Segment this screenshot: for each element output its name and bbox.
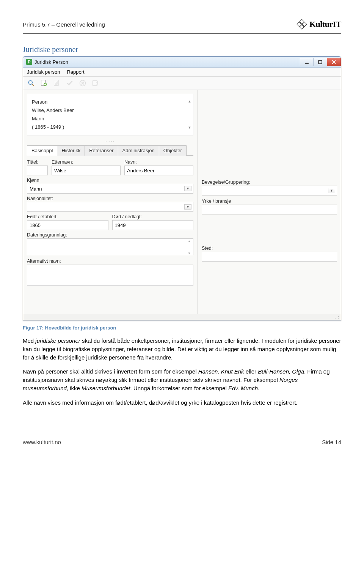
kjonn-value: Mann (30, 186, 42, 192)
navn-input[interactable] (124, 166, 193, 175)
nasjonalitet-label: Nasjonalitet: (27, 196, 193, 201)
header-divider (23, 33, 341, 34)
menu-juridisk-person[interactable]: Juridisk person (27, 69, 60, 75)
bevegelse-select[interactable]: ▼ (202, 186, 337, 195)
tab-administrasjon[interactable]: Administrasjon (118, 145, 159, 156)
etternavn-label: Etternavn: (52, 159, 121, 165)
yrke-input[interactable] (202, 205, 337, 214)
tittel-input[interactable] (27, 166, 48, 175)
svg-point-6 (28, 80, 32, 84)
window-title: Juridisk Person (35, 59, 68, 65)
etternavn-input[interactable] (52, 166, 121, 175)
close-button[interactable] (327, 58, 341, 66)
info-line-dates: ( 1865 - 1949 ) (32, 123, 188, 131)
new-record-icon[interactable] (39, 78, 49, 88)
sted-label: Sted: (202, 246, 337, 251)
tabstrip: Basisoppl Historikk Referanser Administr… (27, 145, 193, 156)
footer-divider (23, 437, 341, 437)
info-line-type: Person (32, 98, 188, 106)
brand-name: KulturIT (309, 19, 341, 29)
toolbar (23, 77, 341, 90)
confirm-icon[interactable] (65, 78, 75, 88)
tab-basisoppl[interactable]: Basisoppl (27, 145, 57, 156)
tab-historikk[interactable]: Historikk (57, 145, 85, 156)
tab-objekter[interactable]: Objekter (159, 145, 187, 156)
maximize-button[interactable] (314, 58, 327, 66)
fodt-input[interactable] (27, 220, 108, 230)
dod-label: Død / nedlagt: (112, 214, 194, 219)
info-line-gender: Mann (32, 115, 188, 123)
search-icon[interactable] (26, 78, 36, 88)
sted-input[interactable] (202, 252, 337, 262)
splitter-handle-icon[interactable]: ····· (23, 139, 197, 143)
edit-icon[interactable] (52, 78, 62, 88)
bevegelse-label: Bevegelse/Gruppering: (202, 180, 337, 185)
app-icon (26, 59, 32, 65)
svg-rect-5 (318, 60, 322, 64)
tittel-label: Tittel: (27, 159, 48, 165)
footer-page-number: Side 14 (322, 439, 341, 445)
chevron-down-icon: ▼ (184, 204, 191, 210)
brand-icon (297, 19, 307, 30)
section-heading: Juridiske personer (23, 45, 341, 54)
altnavn-label: Alternativt navn: (27, 259, 193, 264)
tab-referanser[interactable]: Referanser (85, 145, 118, 156)
app-window: Juridisk Person Juridisk person Rapport (23, 56, 341, 320)
brand-logo: KulturIT (297, 19, 341, 30)
info-line-name: Wilse, Anders Beer (32, 106, 188, 115)
window-titlebar: Juridisk Person (23, 57, 341, 68)
figure-caption: Figur 17: Hovedbilde for juridisk person (23, 325, 341, 331)
cancel-icon[interactable] (78, 78, 88, 88)
info-panel: Person Wilse, Anders Beer Mann ( 1865 - … (27, 94, 193, 136)
doc-header-title: Primus 5.7 – Generell veiledning (23, 21, 105, 28)
chevron-down-icon: ▼ (328, 188, 335, 193)
dateringsgrunnlag-label: Dateringsgrunnlag: (27, 232, 193, 238)
kjonn-label: Kjønn: (27, 178, 193, 183)
menubar: Juridisk person Rapport (23, 68, 341, 77)
navn-label: Navn: (124, 159, 193, 165)
resize-grip-icon[interactable]: ..: (23, 314, 341, 320)
dateringsgrunnlag-textarea[interactable] (27, 238, 193, 255)
yrke-label: Yrke / bransje (202, 199, 337, 204)
chevron-down-icon: ▼ (184, 186, 191, 191)
svg-line-7 (32, 84, 34, 86)
scrollbar-stub[interactable]: ▲▼ (187, 99, 192, 131)
menu-rapport[interactable]: Rapport (67, 69, 84, 75)
body-text: Med juridiske personer skal du forstå bå… (23, 337, 341, 407)
history-icon[interactable] (91, 78, 100, 88)
footer-url: www.kulturit.no (23, 439, 61, 445)
kjonn-select[interactable]: Mann ▼ (27, 184, 193, 194)
minimize-button[interactable] (300, 58, 314, 66)
fodt-label: Født / etablert: (27, 214, 108, 219)
nasjonalitet-select[interactable]: ▼ (27, 202, 193, 212)
form-basisoppl: Tittel: Etternavn: Navn: (27, 156, 193, 291)
altnavn-textarea[interactable] (27, 265, 193, 286)
dod-input[interactable] (112, 220, 194, 230)
svg-rect-4 (305, 63, 309, 63)
